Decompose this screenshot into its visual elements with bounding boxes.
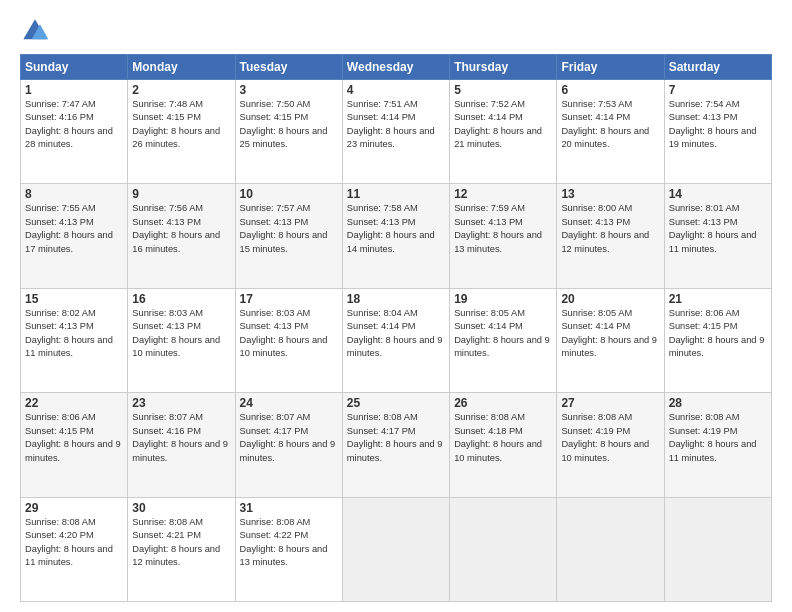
day-info: Sunrise: 8:06 AM Sunset: 4:15 PM Dayligh… xyxy=(25,411,123,465)
calendar-week-row: 15 Sunrise: 8:02 AM Sunset: 4:13 PM Dayl… xyxy=(21,288,772,392)
day-number: 4 xyxy=(347,83,445,97)
day-number: 19 xyxy=(454,292,552,306)
calendar-day-cell xyxy=(664,497,771,601)
day-number: 14 xyxy=(669,187,767,201)
day-number: 17 xyxy=(240,292,338,306)
day-info: Sunrise: 8:05 AM Sunset: 4:14 PM Dayligh… xyxy=(454,307,552,361)
day-info: Sunrise: 8:07 AM Sunset: 4:17 PM Dayligh… xyxy=(240,411,338,465)
calendar-day-cell: 21 Sunrise: 8:06 AM Sunset: 4:15 PM Dayl… xyxy=(664,288,771,392)
day-number: 31 xyxy=(240,501,338,515)
day-of-week-header: Monday xyxy=(128,55,235,80)
calendar-day-cell: 18 Sunrise: 8:04 AM Sunset: 4:14 PM Dayl… xyxy=(342,288,449,392)
calendar-day-cell: 22 Sunrise: 8:06 AM Sunset: 4:15 PM Dayl… xyxy=(21,393,128,497)
calendar-day-cell: 6 Sunrise: 7:53 AM Sunset: 4:14 PM Dayli… xyxy=(557,80,664,184)
calendar-day-cell: 30 Sunrise: 8:08 AM Sunset: 4:21 PM Dayl… xyxy=(128,497,235,601)
day-number: 23 xyxy=(132,396,230,410)
day-info: Sunrise: 7:58 AM Sunset: 4:13 PM Dayligh… xyxy=(347,202,445,256)
day-of-week-header: Thursday xyxy=(450,55,557,80)
day-number: 21 xyxy=(669,292,767,306)
day-info: Sunrise: 8:03 AM Sunset: 4:13 PM Dayligh… xyxy=(240,307,338,361)
calendar-day-cell: 7 Sunrise: 7:54 AM Sunset: 4:13 PM Dayli… xyxy=(664,80,771,184)
calendar-day-cell: 23 Sunrise: 8:07 AM Sunset: 4:16 PM Dayl… xyxy=(128,393,235,497)
day-info: Sunrise: 8:02 AM Sunset: 4:13 PM Dayligh… xyxy=(25,307,123,361)
day-number: 13 xyxy=(561,187,659,201)
calendar-week-row: 1 Sunrise: 7:47 AM Sunset: 4:16 PM Dayli… xyxy=(21,80,772,184)
day-number: 5 xyxy=(454,83,552,97)
day-number: 28 xyxy=(669,396,767,410)
page: SundayMondayTuesdayWednesdayThursdayFrid… xyxy=(0,0,792,612)
day-of-week-header: Tuesday xyxy=(235,55,342,80)
calendar-day-cell: 31 Sunrise: 8:08 AM Sunset: 4:22 PM Dayl… xyxy=(235,497,342,601)
day-number: 25 xyxy=(347,396,445,410)
day-info: Sunrise: 7:50 AM Sunset: 4:15 PM Dayligh… xyxy=(240,98,338,152)
day-number: 8 xyxy=(25,187,123,201)
calendar-day-cell: 11 Sunrise: 7:58 AM Sunset: 4:13 PM Dayl… xyxy=(342,184,449,288)
day-number: 9 xyxy=(132,187,230,201)
day-info: Sunrise: 7:55 AM Sunset: 4:13 PM Dayligh… xyxy=(25,202,123,256)
day-number: 12 xyxy=(454,187,552,201)
calendar-week-row: 22 Sunrise: 8:06 AM Sunset: 4:15 PM Dayl… xyxy=(21,393,772,497)
calendar-day-cell: 2 Sunrise: 7:48 AM Sunset: 4:15 PM Dayli… xyxy=(128,80,235,184)
calendar-day-cell: 10 Sunrise: 7:57 AM Sunset: 4:13 PM Dayl… xyxy=(235,184,342,288)
calendar-day-cell: 16 Sunrise: 8:03 AM Sunset: 4:13 PM Dayl… xyxy=(128,288,235,392)
day-info: Sunrise: 7:56 AM Sunset: 4:13 PM Dayligh… xyxy=(132,202,230,256)
day-number: 16 xyxy=(132,292,230,306)
calendar-table: SundayMondayTuesdayWednesdayThursdayFrid… xyxy=(20,54,772,602)
day-info: Sunrise: 7:52 AM Sunset: 4:14 PM Dayligh… xyxy=(454,98,552,152)
header xyxy=(20,16,772,46)
calendar-day-cell: 17 Sunrise: 8:03 AM Sunset: 4:13 PM Dayl… xyxy=(235,288,342,392)
calendar-day-cell: 14 Sunrise: 8:01 AM Sunset: 4:13 PM Dayl… xyxy=(664,184,771,288)
day-of-week-header: Sunday xyxy=(21,55,128,80)
day-info: Sunrise: 8:05 AM Sunset: 4:14 PM Dayligh… xyxy=(561,307,659,361)
day-info: Sunrise: 8:08 AM Sunset: 4:18 PM Dayligh… xyxy=(454,411,552,465)
calendar-day-cell: 25 Sunrise: 8:08 AM Sunset: 4:17 PM Dayl… xyxy=(342,393,449,497)
calendar-week-row: 29 Sunrise: 8:08 AM Sunset: 4:20 PM Dayl… xyxy=(21,497,772,601)
calendar-day-cell: 19 Sunrise: 8:05 AM Sunset: 4:14 PM Dayl… xyxy=(450,288,557,392)
day-info: Sunrise: 7:48 AM Sunset: 4:15 PM Dayligh… xyxy=(132,98,230,152)
calendar-day-cell: 9 Sunrise: 7:56 AM Sunset: 4:13 PM Dayli… xyxy=(128,184,235,288)
logo-icon xyxy=(20,16,50,46)
day-info: Sunrise: 8:08 AM Sunset: 4:19 PM Dayligh… xyxy=(669,411,767,465)
day-number: 22 xyxy=(25,396,123,410)
day-number: 18 xyxy=(347,292,445,306)
day-number: 20 xyxy=(561,292,659,306)
calendar-day-cell: 3 Sunrise: 7:50 AM Sunset: 4:15 PM Dayli… xyxy=(235,80,342,184)
day-info: Sunrise: 8:04 AM Sunset: 4:14 PM Dayligh… xyxy=(347,307,445,361)
day-info: Sunrise: 8:08 AM Sunset: 4:17 PM Dayligh… xyxy=(347,411,445,465)
calendar-day-cell xyxy=(557,497,664,601)
calendar-day-cell: 4 Sunrise: 7:51 AM Sunset: 4:14 PM Dayli… xyxy=(342,80,449,184)
calendar-week-row: 8 Sunrise: 7:55 AM Sunset: 4:13 PM Dayli… xyxy=(21,184,772,288)
calendar-day-cell: 15 Sunrise: 8:02 AM Sunset: 4:13 PM Dayl… xyxy=(21,288,128,392)
day-number: 15 xyxy=(25,292,123,306)
day-info: Sunrise: 8:08 AM Sunset: 4:19 PM Dayligh… xyxy=(561,411,659,465)
day-number: 6 xyxy=(561,83,659,97)
day-number: 7 xyxy=(669,83,767,97)
calendar-day-cell xyxy=(450,497,557,601)
day-of-week-header: Saturday xyxy=(664,55,771,80)
day-of-week-header: Wednesday xyxy=(342,55,449,80)
day-info: Sunrise: 8:08 AM Sunset: 4:21 PM Dayligh… xyxy=(132,516,230,570)
day-info: Sunrise: 8:00 AM Sunset: 4:13 PM Dayligh… xyxy=(561,202,659,256)
calendar-day-cell: 20 Sunrise: 8:05 AM Sunset: 4:14 PM Dayl… xyxy=(557,288,664,392)
day-info: Sunrise: 8:08 AM Sunset: 4:20 PM Dayligh… xyxy=(25,516,123,570)
day-info: Sunrise: 7:57 AM Sunset: 4:13 PM Dayligh… xyxy=(240,202,338,256)
calendar-day-cell: 8 Sunrise: 7:55 AM Sunset: 4:13 PM Dayli… xyxy=(21,184,128,288)
day-number: 11 xyxy=(347,187,445,201)
day-of-week-header: Friday xyxy=(557,55,664,80)
day-info: Sunrise: 7:47 AM Sunset: 4:16 PM Dayligh… xyxy=(25,98,123,152)
day-info: Sunrise: 7:51 AM Sunset: 4:14 PM Dayligh… xyxy=(347,98,445,152)
calendar-day-cell: 26 Sunrise: 8:08 AM Sunset: 4:18 PM Dayl… xyxy=(450,393,557,497)
day-info: Sunrise: 8:07 AM Sunset: 4:16 PM Dayligh… xyxy=(132,411,230,465)
calendar-day-cell: 5 Sunrise: 7:52 AM Sunset: 4:14 PM Dayli… xyxy=(450,80,557,184)
day-info: Sunrise: 8:06 AM Sunset: 4:15 PM Dayligh… xyxy=(669,307,767,361)
day-info: Sunrise: 8:08 AM Sunset: 4:22 PM Dayligh… xyxy=(240,516,338,570)
day-number: 1 xyxy=(25,83,123,97)
day-info: Sunrise: 8:01 AM Sunset: 4:13 PM Dayligh… xyxy=(669,202,767,256)
day-number: 26 xyxy=(454,396,552,410)
calendar-day-cell: 13 Sunrise: 8:00 AM Sunset: 4:13 PM Dayl… xyxy=(557,184,664,288)
day-number: 29 xyxy=(25,501,123,515)
day-info: Sunrise: 7:54 AM Sunset: 4:13 PM Dayligh… xyxy=(669,98,767,152)
calendar-day-cell: 24 Sunrise: 8:07 AM Sunset: 4:17 PM Dayl… xyxy=(235,393,342,497)
calendar-day-cell: 28 Sunrise: 8:08 AM Sunset: 4:19 PM Dayl… xyxy=(664,393,771,497)
day-number: 10 xyxy=(240,187,338,201)
